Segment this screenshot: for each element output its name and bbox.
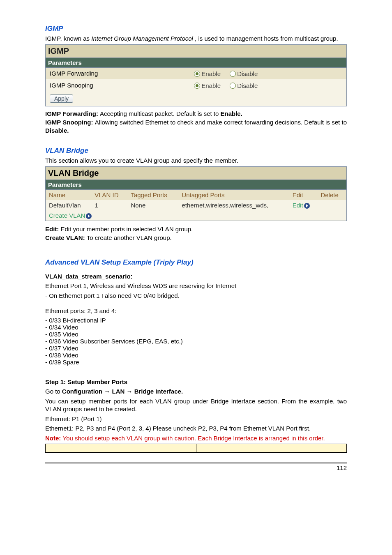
list-item: - 0/33 Bi-directional IP xyxy=(45,317,347,324)
igmp-intro-c: , is used to management hosts from multi… xyxy=(195,35,338,42)
igmp-fwd-radios: Enable Disable xyxy=(190,67,346,79)
scenario-items: - 0/33 Bi-directional IP - 0/34 Video - … xyxy=(45,317,347,366)
page-number: 112 xyxy=(45,463,347,471)
step1-goto: Go to Configuration → LAN → Bridge Inter… xyxy=(45,387,347,396)
vlan-h-tagged: Tagged Ports xyxy=(127,189,178,200)
vlan-panel-title: VLAN Bridge xyxy=(46,166,347,180)
heading-example: Advanced VLAN Setup Example (Triply Play… xyxy=(45,258,347,267)
igmp-snoop-disable[interactable]: Disable xyxy=(237,82,258,89)
vlan-edit-desc: Edit your member ports in selected VLAN … xyxy=(61,226,193,233)
vlan-h-id: VLAN ID xyxy=(91,189,127,200)
empty-two-col-table xyxy=(45,444,347,453)
list-item: - 0/38 Video xyxy=(45,352,347,359)
igmp-fwd-enable[interactable]: Enable xyxy=(201,70,221,77)
vlan-panel: VLAN Bridge Parameters Name VLAN ID Tagg… xyxy=(45,166,347,221)
arrow-icon: → xyxy=(127,388,133,395)
igmp-fwd-disable[interactable]: Disable xyxy=(237,70,258,77)
vlan-h-delete: Delete xyxy=(317,189,346,200)
edit-link[interactable]: Edit xyxy=(293,202,303,209)
igmp-snoop-term-desc: Allowing switched Ethernet to check and … xyxy=(95,119,347,126)
play-icon[interactable] xyxy=(304,203,310,209)
igmp-panel-title: IGMP xyxy=(46,44,347,58)
igmp-snoop-label: IGMP Snooping xyxy=(46,79,190,91)
igmp-intro: IGMP, known as Internet Group Management… xyxy=(45,35,347,43)
step1-note: Note: You should setup each VLAN group w… xyxy=(45,434,347,442)
vlan-row-name: DefaultVlan xyxy=(46,200,92,210)
table-cell xyxy=(196,444,347,453)
radio-icon[interactable] xyxy=(230,83,236,89)
scenario-line1: Ethernet Port 1, Wireless and Wireless W… xyxy=(45,282,347,290)
vlan-create-desc: To create another VLAN group. xyxy=(87,234,172,241)
step1-label: Step 1: Setup Member Ports xyxy=(45,378,127,385)
create-vlan-link[interactable]: Create VLAN xyxy=(49,212,85,219)
igmp-fwd-term-name: IGMP Forwarding: xyxy=(45,110,100,117)
vlan-edit-term: Edit: Edit your member ports in selected… xyxy=(45,225,347,233)
igmp-fwd-term-desc: Accepting multicast packet. Default is s… xyxy=(100,110,220,117)
scenario-line2: - On Ethernet port 1 I also need VC 0/40… xyxy=(45,292,347,300)
igmp-fwd-label: IGMP Forwarding xyxy=(46,67,190,79)
heading-igmp: IGMP xyxy=(45,25,347,33)
note-text: You should setup each VLAN group with ca… xyxy=(63,435,325,442)
heading-vlan: VLAN Bridge xyxy=(45,147,347,155)
table-cell xyxy=(46,444,196,453)
arrow-icon: → xyxy=(104,388,110,395)
igmp-intro-b: Internet Group Management Protocol xyxy=(91,35,193,42)
vlan-h-untagged: Untagged Ports xyxy=(178,189,289,200)
vlan-edit-name: Edit: xyxy=(45,226,61,233)
vlan-create-name: Create VLAN: xyxy=(45,234,87,241)
igmp-panel: IGMP Parameters IGMP Forwarding Enable D… xyxy=(45,44,347,106)
vlan-panel-subtitle: Parameters xyxy=(46,180,347,189)
step1-line3: Ethernet: P1 (Port 1) xyxy=(45,415,347,423)
scenario-line3: Ethernet ports: 2, 3 and 4: xyxy=(45,307,347,315)
goto-c: LAN xyxy=(112,388,127,395)
scenario-label: VLAN_data_stream_scenario: xyxy=(45,273,133,280)
list-item: - 0/36 Video Subscriber Services (EPG, E… xyxy=(45,338,347,345)
vlan-row-id: 1 xyxy=(91,200,127,210)
radio-icon[interactable] xyxy=(194,83,200,89)
radio-icon[interactable] xyxy=(194,71,200,77)
igmp-fwd-term-def: Enable. xyxy=(221,110,242,117)
vlan-h-edit: Edit xyxy=(289,189,318,200)
igmp-intro-a: IGMP, known as xyxy=(45,35,91,42)
radio-icon[interactable] xyxy=(230,71,236,77)
vlan-row-edit[interactable]: Edit xyxy=(289,200,318,210)
step1-line4: Ethernet1: P2, P3 and P4 (Port 2, 3, 4) … xyxy=(45,424,347,433)
step1-line2: You can setup member ports for each VLAN… xyxy=(45,397,347,413)
play-icon[interactable] xyxy=(86,213,92,219)
goto-a: Go to xyxy=(45,388,62,395)
note-label: Note: xyxy=(45,435,63,442)
goto-b: Configuration xyxy=(62,388,104,395)
igmp-snoop-enable[interactable]: Enable xyxy=(201,82,221,89)
vlan-row-untagged: ethernet,wireless,wireless_wds, xyxy=(178,200,289,210)
vlan-create-cell[interactable]: Create VLAN xyxy=(46,210,347,221)
vlan-row-delete xyxy=(317,200,346,210)
goto-d: Bridge Interface. xyxy=(134,388,183,395)
igmp-snoop-radios: Enable Disable xyxy=(190,79,346,91)
vlan-row-tagged: None xyxy=(127,200,178,210)
list-item: - 0/34 Video xyxy=(45,324,347,331)
igmp-snoop-term: IGMP Snooping: Allowing switched Etherne… xyxy=(45,118,347,134)
list-item: - 0/35 Video xyxy=(45,331,347,338)
igmp-snoop-term-name: IGMP Snooping: xyxy=(45,119,95,126)
igmp-snoop-term-def: Disable. xyxy=(45,127,69,134)
apply-button[interactable]: Apply xyxy=(50,94,73,103)
vlan-create-term: Create VLAN: To create another VLAN grou… xyxy=(45,234,347,242)
igmp-panel-subtitle: Parameters xyxy=(46,58,347,67)
igmp-fwd-term: IGMP Forwarding: Accepting multicast pac… xyxy=(45,110,347,118)
list-item: - 0/39 Spare xyxy=(45,359,347,366)
vlan-intro: This section allows you to create VLAN g… xyxy=(45,157,347,165)
vlan-h-name: Name xyxy=(46,189,92,200)
list-item: - 0/37 Video xyxy=(45,345,347,352)
